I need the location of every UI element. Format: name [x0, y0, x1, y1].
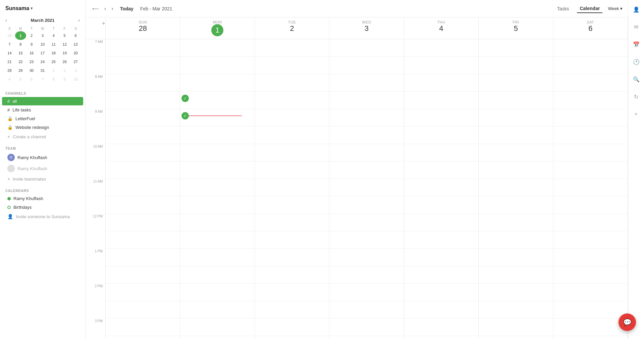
invite-sunsama-btn[interactable]: 👤 Invite someone to Sunsama: [2, 212, 83, 221]
day-col-5[interactable]: [479, 39, 553, 339]
mini-cal-day-header: M: [15, 26, 26, 31]
mini-cal-day[interactable]: 2: [26, 31, 37, 40]
mini-cal-day[interactable]: 8: [48, 75, 59, 84]
tasks-tab[interactable]: Tasks: [554, 5, 572, 13]
hour-row: [255, 161, 329, 179]
next-week-btn[interactable]: ›: [110, 4, 114, 13]
search-icon[interactable]: 🔍: [631, 74, 642, 85]
week-selector[interactable]: Week ▾: [608, 6, 623, 11]
team-member-ramy2[interactable]: Ramy Khuffash: [2, 163, 83, 174]
mini-cal-day[interactable]: 25: [48, 57, 59, 66]
mini-cal-day[interactable]: 18: [48, 49, 59, 57]
mini-cal-day[interactable]: 26: [59, 57, 70, 66]
hour-row: [404, 74, 478, 92]
channel-item-website-redesign[interactable]: 🔒 Website redesign: [2, 123, 83, 132]
mini-cal-day[interactable]: 6: [70, 31, 81, 40]
add-event-btn[interactable]: +: [102, 20, 105, 27]
mini-cal-month-title: March 2021: [31, 18, 55, 23]
mini-cal-day[interactable]: 27: [70, 57, 81, 66]
mini-cal-day[interactable]: 22: [15, 57, 26, 66]
refresh-icon[interactable]: ↻: [631, 91, 642, 102]
team-member-ramy1[interactable]: R Ramy Khuffash: [2, 152, 83, 163]
mini-cal-day-header: F: [59, 26, 70, 31]
cal-day-name: MON: [181, 20, 253, 24]
hour-row: [106, 74, 180, 92]
mini-cal-day[interactable]: 23: [26, 57, 37, 66]
hour-row: [106, 301, 180, 319]
mini-cal-day[interactable]: 8: [15, 40, 26, 49]
mini-cal-day[interactable]: 1: [15, 31, 26, 40]
cal-day-num: 4: [406, 24, 477, 33]
mini-cal-day[interactable]: 12: [59, 40, 70, 49]
mini-cal-day[interactable]: 4: [4, 75, 15, 84]
day-col-3[interactable]: [329, 39, 404, 339]
mini-cal-day[interactable]: 2: [59, 66, 70, 75]
mini-cal-day[interactable]: 9: [26, 40, 37, 49]
mini-cal-day[interactable]: 28: [4, 31, 15, 40]
mini-cal-day[interactable]: 30: [26, 66, 37, 75]
mini-cal-day[interactable]: 20: [70, 49, 81, 57]
mini-cal-day[interactable]: 6: [26, 75, 37, 84]
hour-row: [479, 319, 553, 336]
hour-row: [106, 284, 180, 301]
time-slot: [86, 336, 106, 339]
day-col-4[interactable]: [404, 39, 479, 339]
mini-cal-day-header: S: [4, 26, 15, 31]
mini-cal-day[interactable]: 21: [4, 57, 15, 66]
mini-cal-day[interactable]: 17: [37, 49, 48, 57]
channel-item-life-tasks[interactable]: # Life tasks: [2, 106, 83, 114]
today-btn[interactable]: Today: [117, 5, 136, 13]
mini-cal-day[interactable]: 14: [4, 49, 15, 57]
hour-row: [255, 92, 329, 109]
mini-cal-day[interactable]: 3: [70, 66, 81, 75]
mini-cal-day[interactable]: 16: [26, 49, 37, 57]
back-to-start-btn[interactable]: ⟵: [91, 5, 100, 13]
create-channel-btn[interactable]: + Create a channel: [2, 132, 83, 141]
mini-cal-day[interactable]: 11: [48, 40, 59, 49]
mini-cal-day[interactable]: 10: [70, 75, 81, 84]
day-col-0[interactable]: [106, 39, 180, 339]
hour-row: [404, 127, 478, 144]
day-col-1[interactable]: ✓✓: [180, 39, 255, 339]
mini-cal-day[interactable]: 7: [4, 40, 15, 49]
brand[interactable]: Sunsama ▾: [0, 4, 85, 17]
mini-cal-day[interactable]: 28: [4, 66, 15, 75]
hour-row: [404, 109, 478, 127]
profile-icon[interactable]: 👤: [631, 4, 642, 15]
prev-week-btn[interactable]: ‹: [103, 4, 107, 13]
day-col-6[interactable]: [553, 39, 628, 339]
hour-row: [180, 214, 254, 231]
calendar-item-birthdays[interactable]: Birthdays: [2, 203, 83, 211]
mini-cal-day[interactable]: 19: [59, 49, 70, 57]
day-col-2[interactable]: [255, 39, 329, 339]
mini-cal-prev-btn[interactable]: ‹: [4, 17, 8, 23]
hour-row: [404, 39, 478, 57]
plus-icon[interactable]: +: [631, 109, 642, 119]
mini-cal-day[interactable]: 24: [37, 57, 48, 66]
mini-cal-day[interactable]: 9: [59, 75, 70, 84]
hour-row: [329, 284, 404, 301]
mini-cal-day-header: W: [37, 26, 48, 31]
mini-cal-day[interactable]: 7: [37, 75, 48, 84]
mini-cal-day[interactable]: 10: [37, 40, 48, 49]
mini-cal-next-btn[interactable]: ›: [77, 17, 81, 23]
mini-cal-day[interactable]: 5: [15, 75, 26, 84]
mini-cal-day[interactable]: 3: [37, 31, 48, 40]
chat-fab[interactable]: 💬: [619, 313, 636, 331]
invite-teammates-btn[interactable]: + Invite teammates: [2, 175, 83, 183]
channel-item-all[interactable]: # all: [2, 97, 83, 105]
mini-cal-day[interactable]: 31: [37, 66, 48, 75]
hour-row: [255, 266, 329, 284]
mini-cal-day[interactable]: 15: [15, 49, 26, 57]
calendar-icon-icon[interactable]: 📅: [631, 39, 642, 50]
calendar-tab[interactable]: Calendar: [577, 4, 602, 13]
clock-icon[interactable]: 🕐: [631, 56, 642, 67]
mail-icon[interactable]: ✉: [631, 21, 642, 32]
mini-cal-day[interactable]: 4: [48, 31, 59, 40]
mini-cal-day[interactable]: 1: [48, 66, 59, 75]
mini-cal-day[interactable]: 13: [70, 40, 81, 49]
mini-cal-day[interactable]: 5: [59, 31, 70, 40]
calendar-item-ramy-cal[interactable]: Ramy Khuffash: [2, 194, 83, 203]
channel-item-letterfuel[interactable]: 🔒 LetterFuel: [2, 114, 83, 123]
mini-cal-day[interactable]: 29: [15, 66, 26, 75]
